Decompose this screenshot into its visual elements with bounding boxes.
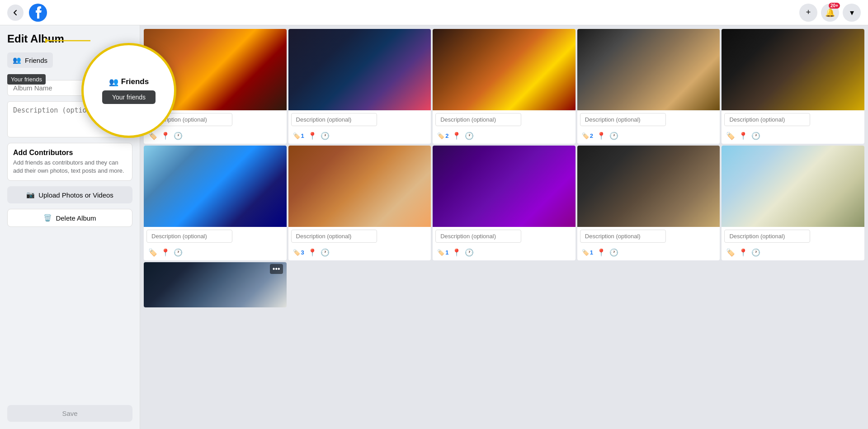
location-icon[interactable]: 📍: [308, 132, 317, 140]
friends-icon: 👥: [13, 56, 21, 64]
tag-count: 🏷️1: [582, 249, 593, 256]
photo-grid-area: 🏷️ 📍 🕐 🏷️1 📍 🕐 🏷️2 📍: [140, 25, 868, 429]
photo-actions: 🏷️1 📍 🕐: [433, 245, 576, 260]
delete-album-button[interactable]: 🗑️ Delete Album: [7, 209, 132, 227]
more-options-button[interactable]: •••: [270, 264, 283, 274]
clock-icon[interactable]: 🕐: [465, 248, 474, 257]
save-button[interactable]: Save: [7, 405, 132, 422]
clock-icon[interactable]: 🕐: [174, 248, 183, 257]
tag-icon[interactable]: 🏷️: [293, 249, 300, 256]
photo-image: [577, 29, 720, 110]
topbar: + 🔔 20+ ▾: [0, 0, 868, 25]
photo-description-input[interactable]: [724, 230, 810, 243]
photo-grid: 🏷️ 📍 🕐 🏷️1 📍 🕐 🏷️2 📍: [144, 29, 864, 307]
location-icon[interactable]: 📍: [308, 248, 317, 257]
photo-card: •••: [144, 262, 287, 307]
photo-actions: 🏷️ 📍 🕐: [722, 245, 864, 260]
photo-card: 🏷️1 📍 🕐: [433, 146, 576, 260]
photo-description-input[interactable]: [580, 230, 666, 243]
clock-icon[interactable]: 🕐: [609, 248, 618, 257]
clock-icon[interactable]: 🕐: [751, 248, 760, 257]
dropdown-header: 👥 Friends: [109, 77, 149, 87]
location-icon[interactable]: 📍: [597, 248, 606, 257]
photo-card: 🏷️3 📍 🕐: [288, 146, 431, 260]
privacy-dropdown-popup: 👥 Friends Your friends: [81, 43, 176, 138]
photo-actions: 🏷️1 📍 🕐: [288, 129, 431, 144]
photo-description-input[interactable]: [146, 230, 232, 243]
photo-image: [288, 146, 431, 227]
photo-description-input[interactable]: [580, 113, 666, 126]
upload-icon: 📷: [26, 191, 35, 199]
tag-icon[interactable]: 🏷️: [582, 132, 589, 139]
notification-button[interactable]: 🔔 20+: [821, 4, 839, 22]
svg-point-2: [45, 38, 47, 43]
facebook-logo-icon: [29, 4, 47, 22]
photo-actions: 🏷️1 📍 🕐: [577, 245, 720, 260]
clock-icon[interactable]: 🕐: [751, 132, 760, 140]
upload-photos-button[interactable]: 📷 Upload Photos or Videos: [7, 186, 132, 203]
photo-image: [433, 146, 576, 227]
contributors-description: Add friends as contributors and they can…: [13, 159, 127, 175]
notification-badge: 20+: [829, 3, 840, 9]
photo-actions: 🏷️ 📍 🕐: [722, 129, 864, 144]
photo-card: 🏷️ 📍 🕐: [144, 146, 287, 260]
upload-label: Upload Photos or Videos: [38, 191, 113, 199]
photo-description-input[interactable]: [291, 230, 377, 243]
dropdown-header-label: Friends: [121, 77, 149, 86]
topbar-left: [7, 4, 47, 22]
location-icon[interactable]: 📍: [452, 248, 461, 257]
photo-actions: 🏷️2 📍 🕐: [577, 129, 720, 144]
clock-icon[interactable]: 🕐: [321, 132, 330, 140]
location-icon[interactable]: 📍: [739, 132, 748, 140]
tag-count: 🏷️2: [582, 132, 593, 139]
tag-icon[interactable]: 🏷️: [437, 132, 444, 139]
back-button[interactable]: [7, 5, 24, 21]
account-dropdown-button[interactable]: ▾: [843, 4, 861, 22]
location-icon[interactable]: 📍: [452, 132, 461, 140]
location-icon[interactable]: 📍: [597, 132, 606, 140]
photo-description-input[interactable]: [724, 113, 810, 126]
tag-count: 🏷️3: [293, 249, 304, 256]
dropdown-your-friends-item[interactable]: Your friends: [102, 90, 156, 104]
photo-image: [722, 146, 864, 227]
tag-icon[interactable]: 🏷️: [293, 132, 300, 139]
clock-icon[interactable]: 🕐: [465, 132, 474, 140]
photo-card: 🏷️1 📍 🕐: [577, 146, 720, 260]
location-icon[interactable]: 📍: [161, 248, 170, 257]
photo-image: [144, 262, 287, 307]
clock-icon[interactable]: 🕐: [321, 248, 330, 257]
friends-tooltip: Your friends: [7, 74, 46, 85]
photo-image: [288, 29, 431, 110]
plus-icon: +: [806, 8, 811, 17]
photo-actions: 🏷️3 📍 🕐: [288, 245, 431, 260]
photo-image: [722, 29, 864, 110]
photo-card: 🏷️1 📍 🕐: [288, 29, 431, 144]
tag-icon[interactable]: 🏷️: [582, 249, 589, 256]
location-icon[interactable]: 📍: [739, 248, 748, 257]
tag-count: 🏷️1: [437, 249, 448, 256]
photo-card: 🏷️ 📍 🕐: [722, 29, 864, 144]
tag-icon[interactable]: 🏷️: [437, 249, 444, 256]
tag-icon[interactable]: 🏷️: [726, 248, 735, 257]
dropdown-connector: [45, 34, 99, 47]
tag-icon[interactable]: 🏷️: [148, 248, 157, 257]
topbar-right: + 🔔 20+ ▾: [799, 4, 861, 22]
tag-count: 🏷️1: [293, 132, 304, 139]
clock-icon[interactable]: 🕐: [609, 132, 618, 140]
photo-actions: 🏷️ 📍 🕐: [144, 245, 287, 260]
bell-icon: 🔔: [825, 8, 835, 18]
privacy-friends-button[interactable]: 👥 Friends: [7, 52, 53, 68]
friends-dropdown-icon: 👥: [109, 77, 118, 87]
photo-description-input[interactable]: [291, 113, 377, 126]
friends-label: Friends: [25, 57, 47, 64]
tag-count: 🏷️2: [437, 132, 448, 139]
add-button[interactable]: +: [799, 4, 817, 22]
photo-image: [433, 29, 576, 110]
photo-card: 🏷️ 📍 🕐: [722, 146, 864, 260]
delete-label: Delete Album: [56, 214, 96, 222]
photo-description-input[interactable]: [435, 230, 521, 243]
chevron-down-icon: ▾: [850, 8, 854, 18]
tag-icon[interactable]: 🏷️: [726, 132, 735, 140]
contributors-title: Add Contributors: [13, 149, 127, 157]
photo-description-input[interactable]: [435, 113, 521, 126]
